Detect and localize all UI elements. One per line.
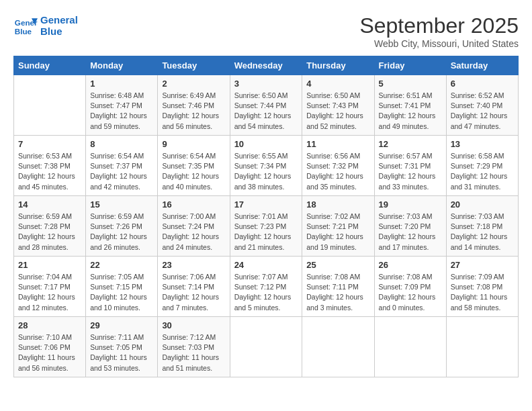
col-header-sunday: Sunday bbox=[14, 56, 86, 75]
day-number: 17 bbox=[234, 199, 298, 210]
calendar-cell bbox=[302, 317, 374, 377]
day-number: 25 bbox=[306, 260, 369, 270]
calendar-cell bbox=[374, 317, 446, 377]
svg-text:Blue: Blue bbox=[15, 27, 32, 36]
calendar-cell: 16Sunrise: 7:00 AM Sunset: 7:24 PM Dayli… bbox=[158, 196, 230, 257]
day-info: Sunrise: 7:08 AM Sunset: 7:09 PM Dayligh… bbox=[379, 272, 442, 313]
day-info: Sunrise: 7:07 AM Sunset: 7:12 PM Dayligh… bbox=[234, 272, 298, 313]
col-header-saturday: Saturday bbox=[446, 56, 518, 75]
day-number: 15 bbox=[90, 199, 153, 210]
day-number: 22 bbox=[90, 260, 153, 270]
title-block: September 2025 Webb City, Missouri, Unit… bbox=[359, 13, 519, 49]
day-info: Sunrise: 7:09 AM Sunset: 7:08 PM Dayligh… bbox=[451, 272, 514, 313]
day-info: Sunrise: 6:50 AM Sunset: 7:44 PM Dayligh… bbox=[234, 91, 298, 132]
day-number: 23 bbox=[162, 260, 225, 270]
day-number: 24 bbox=[234, 260, 298, 270]
day-info: Sunrise: 7:11 AM Sunset: 7:05 PM Dayligh… bbox=[90, 332, 153, 373]
day-info: Sunrise: 7:12 AM Sunset: 7:03 PM Dayligh… bbox=[162, 332, 225, 373]
calendar-cell: 5Sunrise: 6:51 AM Sunset: 7:41 PM Daylig… bbox=[374, 75, 446, 136]
day-info: Sunrise: 6:58 AM Sunset: 7:29 PM Dayligh… bbox=[451, 151, 514, 192]
day-number: 2 bbox=[162, 79, 225, 89]
calendar-week-row: 21Sunrise: 7:04 AM Sunset: 7:17 PM Dayli… bbox=[14, 257, 519, 317]
day-info: Sunrise: 7:10 AM Sunset: 7:06 PM Dayligh… bbox=[18, 332, 81, 373]
day-info: Sunrise: 7:02 AM Sunset: 7:21 PM Dayligh… bbox=[306, 212, 369, 253]
calendar-cell: 22Sunrise: 7:05 AM Sunset: 7:15 PM Dayli… bbox=[86, 257, 158, 317]
day-number: 5 bbox=[379, 79, 442, 89]
day-number: 30 bbox=[162, 320, 225, 330]
day-info: Sunrise: 7:04 AM Sunset: 7:17 PM Dayligh… bbox=[18, 272, 81, 313]
day-number: 29 bbox=[90, 320, 153, 330]
calendar-header-row: SundayMondayTuesdayWednesdayThursdayFrid… bbox=[14, 56, 519, 75]
col-header-wednesday: Wednesday bbox=[230, 56, 302, 75]
location-subtitle: Webb City, Missouri, United States bbox=[359, 38, 519, 49]
calendar-cell: 7Sunrise: 6:53 AM Sunset: 7:38 PM Daylig… bbox=[14, 136, 86, 196]
calendar-cell: 18Sunrise: 7:02 AM Sunset: 7:21 PM Dayli… bbox=[302, 196, 374, 257]
calendar-cell: 17Sunrise: 7:01 AM Sunset: 7:23 PM Dayli… bbox=[230, 196, 302, 257]
calendar-cell: 12Sunrise: 6:57 AM Sunset: 7:31 PM Dayli… bbox=[374, 136, 446, 196]
calendar-cell: 26Sunrise: 7:08 AM Sunset: 7:09 PM Dayli… bbox=[374, 257, 446, 317]
calendar-cell: 15Sunrise: 6:59 AM Sunset: 7:26 PM Dayli… bbox=[86, 196, 158, 257]
day-info: Sunrise: 6:50 AM Sunset: 7:43 PM Dayligh… bbox=[306, 91, 369, 132]
calendar-cell: 11Sunrise: 6:56 AM Sunset: 7:32 PM Dayli… bbox=[302, 136, 374, 196]
day-number: 11 bbox=[306, 139, 369, 149]
day-info: Sunrise: 7:03 AM Sunset: 7:18 PM Dayligh… bbox=[451, 212, 514, 253]
day-number: 21 bbox=[18, 260, 81, 270]
calendar-cell: 8Sunrise: 6:54 AM Sunset: 7:37 PM Daylig… bbox=[86, 136, 158, 196]
calendar-cell: 23Sunrise: 7:06 AM Sunset: 7:14 PM Dayli… bbox=[158, 257, 230, 317]
day-info: Sunrise: 7:05 AM Sunset: 7:15 PM Dayligh… bbox=[90, 272, 153, 313]
calendar-cell bbox=[446, 317, 518, 377]
calendar-cell: 6Sunrise: 6:52 AM Sunset: 7:40 PM Daylig… bbox=[446, 75, 518, 136]
day-number: 16 bbox=[162, 199, 225, 210]
day-number: 12 bbox=[379, 139, 442, 149]
day-number: 6 bbox=[451, 79, 514, 89]
calendar-cell: 14Sunrise: 6:59 AM Sunset: 7:28 PM Dayli… bbox=[14, 196, 86, 257]
calendar-week-row: 1Sunrise: 6:48 AM Sunset: 7:47 PM Daylig… bbox=[14, 75, 519, 136]
day-number: 9 bbox=[162, 139, 225, 149]
calendar-cell: 13Sunrise: 6:58 AM Sunset: 7:29 PM Dayli… bbox=[446, 136, 518, 196]
day-number: 10 bbox=[234, 139, 298, 149]
day-info: Sunrise: 6:54 AM Sunset: 7:37 PM Dayligh… bbox=[90, 151, 153, 192]
col-header-friday: Friday bbox=[374, 56, 446, 75]
calendar-cell: 4Sunrise: 6:50 AM Sunset: 7:43 PM Daylig… bbox=[302, 75, 374, 136]
day-number: 1 bbox=[90, 79, 153, 89]
calendar-cell: 25Sunrise: 7:08 AM Sunset: 7:11 PM Dayli… bbox=[302, 257, 374, 317]
day-info: Sunrise: 7:00 AM Sunset: 7:24 PM Dayligh… bbox=[162, 212, 225, 253]
day-info: Sunrise: 7:06 AM Sunset: 7:14 PM Dayligh… bbox=[162, 272, 225, 313]
col-header-monday: Monday bbox=[86, 56, 158, 75]
day-number: 8 bbox=[90, 139, 153, 149]
calendar-cell: 28Sunrise: 7:10 AM Sunset: 7:06 PM Dayli… bbox=[14, 317, 86, 377]
calendar-cell: 24Sunrise: 7:07 AM Sunset: 7:12 PM Dayli… bbox=[230, 257, 302, 317]
calendar-cell: 9Sunrise: 6:54 AM Sunset: 7:35 PM Daylig… bbox=[158, 136, 230, 196]
calendar-cell bbox=[230, 317, 302, 377]
day-number: 27 bbox=[451, 260, 514, 270]
calendar-week-row: 14Sunrise: 6:59 AM Sunset: 7:28 PM Dayli… bbox=[14, 196, 519, 257]
calendar-cell: 27Sunrise: 7:09 AM Sunset: 7:08 PM Dayli… bbox=[446, 257, 518, 317]
day-number: 13 bbox=[451, 139, 514, 149]
day-number: 18 bbox=[306, 199, 369, 210]
day-info: Sunrise: 6:55 AM Sunset: 7:34 PM Dayligh… bbox=[234, 151, 298, 192]
day-number: 26 bbox=[379, 260, 442, 270]
month-title: September 2025 bbox=[359, 13, 519, 38]
day-info: Sunrise: 6:56 AM Sunset: 7:32 PM Dayligh… bbox=[306, 151, 369, 192]
calendar-cell: 30Sunrise: 7:12 AM Sunset: 7:03 PM Dayli… bbox=[158, 317, 230, 377]
day-number: 28 bbox=[18, 320, 81, 330]
day-info: Sunrise: 6:48 AM Sunset: 7:47 PM Dayligh… bbox=[90, 91, 153, 132]
page-header: General Blue GeneralBlue September 2025 … bbox=[13, 13, 519, 49]
calendar-cell: 20Sunrise: 7:03 AM Sunset: 7:18 PM Dayli… bbox=[446, 196, 518, 257]
day-info: Sunrise: 6:59 AM Sunset: 7:26 PM Dayligh… bbox=[90, 212, 153, 253]
day-number: 7 bbox=[18, 139, 81, 149]
calendar-week-row: 7Sunrise: 6:53 AM Sunset: 7:38 PM Daylig… bbox=[14, 136, 519, 196]
calendar-cell: 19Sunrise: 7:03 AM Sunset: 7:20 PM Dayli… bbox=[374, 196, 446, 257]
calendar-cell: 29Sunrise: 7:11 AM Sunset: 7:05 PM Dayli… bbox=[86, 317, 158, 377]
day-info: Sunrise: 6:51 AM Sunset: 7:41 PM Dayligh… bbox=[379, 91, 442, 132]
calendar-cell bbox=[14, 75, 86, 136]
logo-text: GeneralBlue bbox=[40, 14, 78, 37]
day-info: Sunrise: 7:08 AM Sunset: 7:11 PM Dayligh… bbox=[306, 272, 369, 313]
day-info: Sunrise: 6:54 AM Sunset: 7:35 PM Dayligh… bbox=[162, 151, 225, 192]
day-info: Sunrise: 7:01 AM Sunset: 7:23 PM Dayligh… bbox=[234, 212, 298, 253]
day-info: Sunrise: 6:59 AM Sunset: 7:28 PM Dayligh… bbox=[18, 212, 81, 253]
calendar-week-row: 28Sunrise: 7:10 AM Sunset: 7:06 PM Dayli… bbox=[14, 317, 519, 377]
day-info: Sunrise: 6:53 AM Sunset: 7:38 PM Dayligh… bbox=[18, 151, 81, 192]
day-info: Sunrise: 6:49 AM Sunset: 7:46 PM Dayligh… bbox=[162, 91, 225, 132]
logo: General Blue GeneralBlue bbox=[13, 13, 78, 38]
